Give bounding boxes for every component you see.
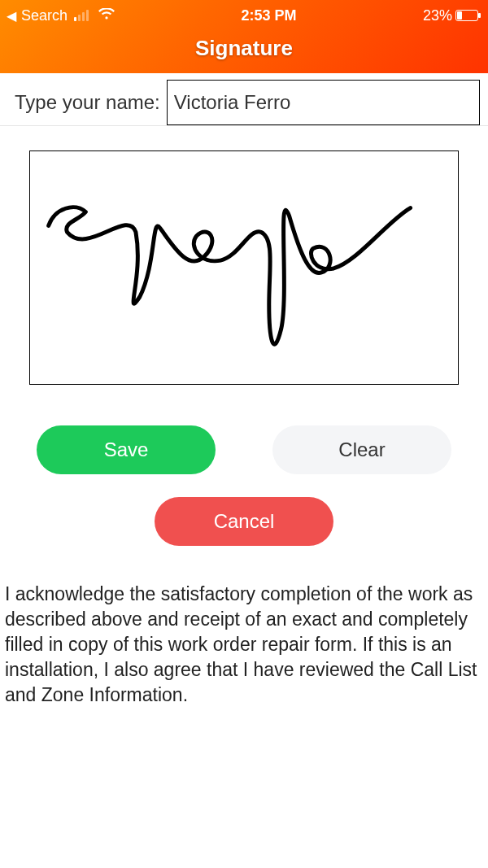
wifi-icon (98, 7, 115, 24)
battery-icon (455, 10, 478, 21)
back-arrow-icon[interactable]: ◀ (7, 8, 16, 24)
name-input-row: Type your name: (0, 80, 488, 126)
status-bar: ◀ Search 2:53 PM 23% (0, 0, 488, 26)
name-label: Type your name: (15, 80, 167, 125)
save-button[interactable]: Save (37, 425, 216, 474)
page-title: Signature (0, 26, 488, 61)
battery-percent: 23% (423, 7, 452, 24)
cellular-signal-icon (74, 10, 89, 21)
name-input[interactable] (167, 80, 480, 125)
clear-button[interactable]: Clear (272, 425, 451, 474)
status-time: 2:53 PM (241, 7, 296, 24)
signature-pad[interactable] (29, 150, 459, 385)
back-label[interactable]: Search (21, 7, 68, 24)
signature-stroke (30, 151, 458, 384)
cancel-button[interactable]: Cancel (155, 497, 333, 546)
app-header: ◀ Search 2:53 PM 23% Signature (0, 0, 488, 73)
acknowledgement-text: I acknowledge the satisfactory completio… (0, 546, 488, 708)
